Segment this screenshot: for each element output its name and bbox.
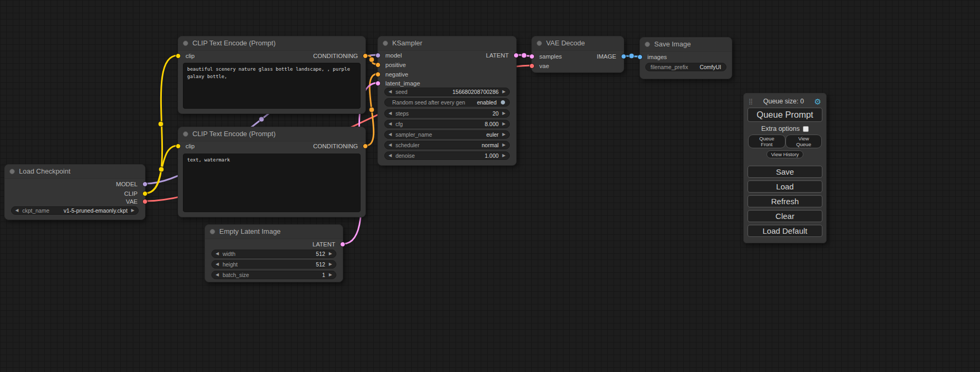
widget-random-seed-toggle[interactable]: Random seed after every gen enabled — [384, 98, 510, 107]
step-left-icon[interactable]: ◀ — [389, 88, 392, 96]
step-right-icon[interactable]: ▶ — [329, 260, 332, 269]
widget-steps[interactable]: ◀ steps 20 ▶ — [384, 109, 510, 118]
input-slot-clip[interactable] — [176, 53, 181, 59]
view-history-button[interactable]: View History — [766, 150, 804, 158]
settings-gear-icon[interactable]: ⚙ — [814, 98, 821, 106]
input-slot-vae[interactable] — [529, 63, 535, 69]
positive-prompt-textarea[interactable]: beautiful scenery nature glass bottle la… — [183, 63, 361, 109]
node-title[interactable]: Save Image — [640, 37, 732, 52]
collapse-dot-icon[interactable] — [9, 169, 15, 174]
node-title-label: KSampler — [392, 39, 422, 47]
clear-button[interactable]: Clear — [748, 210, 822, 222]
menu-panel: ⣿ Queue size: 0 ⚙ Queue Prompt Extra opt… — [743, 93, 827, 243]
step-left-icon[interactable]: ◀ — [216, 250, 219, 258]
node-title-label: Save Image — [654, 40, 691, 48]
save-button[interactable]: Save — [748, 166, 822, 178]
output-slot-conditioning[interactable] — [363, 53, 368, 59]
output-slot-latent[interactable] — [513, 53, 519, 58]
node-save-image[interactable]: Save Image images filename_prefix ComfyU… — [639, 37, 732, 79]
step-right-icon[interactable]: ▶ — [502, 88, 506, 96]
output-slot-vae[interactable] — [142, 199, 148, 204]
collapse-dot-icon[interactable] — [210, 229, 215, 234]
load-button[interactable]: Load — [748, 180, 822, 193]
input-label-vae: vae — [539, 62, 549, 70]
node-load-checkpoint[interactable]: Load Checkpoint MODEL CLIP VAE ◀ ckpt_na… — [4, 164, 145, 220]
node-title[interactable]: VAE Decode — [532, 36, 624, 51]
node-title-label: VAE Decode — [546, 39, 585, 47]
input-slot-model[interactable] — [375, 53, 381, 58]
input-slot-clip[interactable] — [176, 144, 181, 149]
widget-width[interactable]: ◀ width 512 ▶ — [211, 250, 336, 258]
node-title[interactable]: CLIP Text Encode (Prompt) — [178, 36, 365, 51]
node-title[interactable]: KSampler — [378, 36, 516, 51]
output-slot-model[interactable] — [142, 182, 148, 187]
input-slot-images[interactable] — [637, 54, 643, 60]
output-slot-conditioning[interactable] — [363, 144, 368, 149]
step-left-icon[interactable]: ◀ — [389, 141, 392, 149]
collapse-dot-icon[interactable] — [183, 41, 188, 46]
collapse-dot-icon[interactable] — [183, 131, 188, 137]
step-left-icon[interactable]: ◀ — [389, 109, 392, 118]
step-right-icon[interactable]: ▶ — [502, 130, 506, 139]
node-empty-latent-image[interactable]: Empty Latent Image LATENT ◀ width 512 ▶ … — [205, 224, 343, 282]
step-left-icon[interactable]: ◀ — [389, 130, 392, 139]
widget-filename-prefix[interactable]: filename_prefix ComfyUI — [645, 63, 726, 71]
node-clip-text-encode-negative[interactable]: CLIP Text Encode (Prompt) clip CONDITION… — [178, 127, 366, 217]
step-right-icon[interactable]: ▶ — [502, 109, 506, 118]
widget-cfg[interactable]: ◀ cfg 8.000 ▶ — [384, 120, 510, 128]
load-default-button[interactable]: Load Default — [748, 225, 822, 237]
input-label-samples: samples — [539, 52, 562, 61]
node-title[interactable]: Load Checkpoint — [5, 165, 145, 179]
widget-sampler-name[interactable]: ◀ sampler_name euler ▶ — [384, 130, 510, 139]
node-ksampler[interactable]: KSampler model positive negative latent_… — [377, 36, 517, 166]
node-vae-decode[interactable]: VAE Decode samples vae IMAGE — [531, 36, 624, 73]
graph-canvas[interactable]: Load Checkpoint MODEL CLIP VAE ◀ ckpt_na… — [0, 0, 980, 372]
queue-prompt-button[interactable]: Queue Prompt — [748, 108, 822, 122]
output-slot-latent[interactable] — [340, 242, 345, 247]
widget-value: 156680208700286 — [407, 89, 499, 95]
step-right-icon[interactable]: ▶ — [131, 206, 134, 215]
step-right-icon[interactable]: ▶ — [502, 151, 506, 160]
output-slot-image[interactable] — [621, 54, 626, 59]
input-slot-positive[interactable] — [375, 62, 381, 68]
drag-handle-icon[interactable]: ⣿ — [749, 98, 753, 105]
queue-front-button[interactable]: Queue Front — [748, 135, 785, 148]
negative-prompt-textarea[interactable]: text, watermark — [183, 154, 361, 212]
input-label-latent-image: latent_image — [385, 79, 420, 88]
widget-denoise[interactable]: ◀ denoise 1.000 ▶ — [384, 151, 510, 160]
widget-seed[interactable]: ◀ seed 156680208700286 ▶ — [384, 88, 510, 96]
toggle-dot[interactable] — [500, 100, 506, 105]
widget-value: enabled — [465, 99, 497, 106]
node-title-label: Empty Latent Image — [219, 227, 280, 235]
output-slot-clip[interactable] — [142, 191, 148, 196]
extra-options-checkbox[interactable] — [803, 126, 809, 132]
step-left-icon[interactable]: ◀ — [15, 206, 18, 215]
step-right-icon[interactable]: ▶ — [329, 250, 332, 258]
queue-buttons-row: Queue Front View Queue — [748, 135, 822, 148]
widget-height[interactable]: ◀ height 512 ▶ — [211, 260, 336, 269]
input-slot-samples[interactable] — [529, 54, 535, 59]
collapse-dot-icon[interactable] — [537, 41, 542, 46]
step-left-icon[interactable]: ◀ — [389, 120, 392, 128]
view-queue-button[interactable]: View Queue — [785, 135, 822, 148]
step-left-icon[interactable]: ◀ — [216, 271, 219, 279]
step-right-icon[interactable]: ▶ — [502, 120, 506, 128]
refresh-button[interactable]: Refresh — [748, 195, 822, 207]
collapse-dot-icon[interactable] — [645, 42, 650, 47]
widget-label: filename_prefix — [651, 64, 688, 70]
widget-scheduler[interactable]: ◀ scheduler normal ▶ — [384, 141, 510, 149]
input-slot-negative[interactable] — [375, 72, 381, 77]
step-right-icon[interactable]: ▶ — [329, 271, 332, 279]
node-title[interactable]: Empty Latent Image — [205, 225, 343, 239]
step-left-icon[interactable]: ◀ — [389, 151, 392, 160]
widget-value: 512 — [238, 261, 325, 268]
widget-ckpt-name[interactable]: ◀ ckpt_name v1-5-pruned-emaonly.ckpt ▶ — [11, 206, 139, 215]
step-right-icon[interactable]: ▶ — [502, 141, 506, 149]
input-slot-latent-image[interactable] — [375, 81, 381, 86]
input-label-positive: positive — [385, 61, 406, 69]
collapse-dot-icon[interactable] — [383, 41, 388, 46]
node-clip-text-encode-positive[interactable]: CLIP Text Encode (Prompt) clip CONDITION… — [178, 36, 366, 114]
widget-batch-size[interactable]: ◀ batch_size 1 ▶ — [211, 271, 336, 279]
step-left-icon[interactable]: ◀ — [216, 260, 219, 269]
node-title[interactable]: CLIP Text Encode (Prompt) — [178, 127, 365, 141]
